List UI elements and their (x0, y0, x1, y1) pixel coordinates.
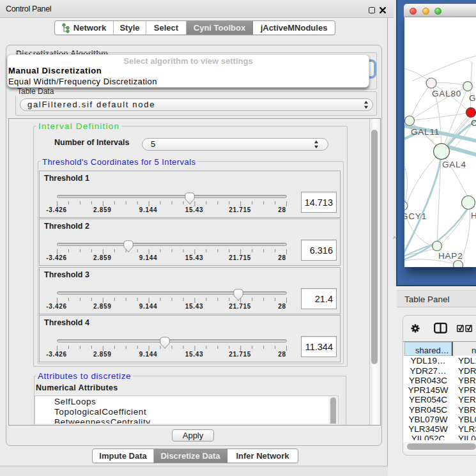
svg-text:GCY1: GCY1 (404, 211, 427, 221)
svg-text:C: C (471, 118, 476, 128)
svg-text:GAL11: GAL11 (411, 127, 440, 137)
svg-text:HAP2: HAP2 (438, 251, 463, 261)
svg-text:GA: GA (469, 93, 476, 103)
svg-text:GAL80: GAL80 (432, 89, 461, 98)
svg-text:H: H (471, 211, 476, 220)
svg-text:GAL4: GAL4 (442, 160, 466, 169)
